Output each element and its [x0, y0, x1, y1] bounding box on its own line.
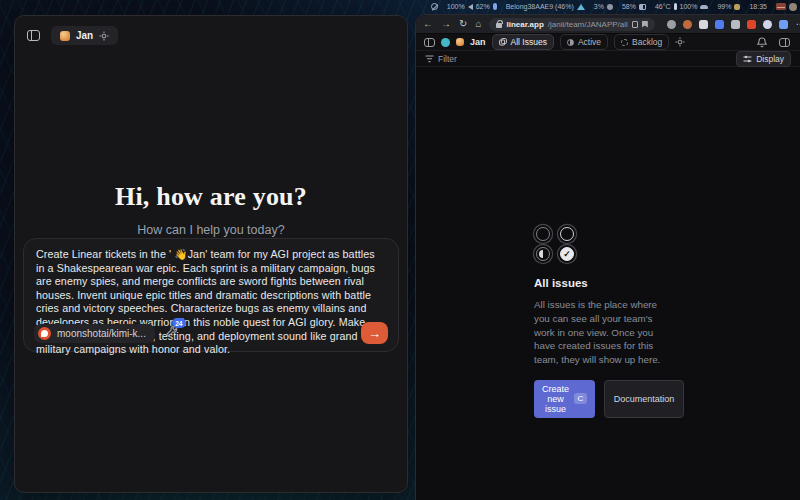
team-emoji-icon: [456, 38, 464, 46]
display-button[interactable]: Display: [736, 51, 791, 67]
battery-icon: [734, 4, 740, 10]
url-path: /janii/team/JANAPP/all: [548, 20, 628, 29]
display-label: Display: [756, 54, 784, 64]
back-button[interactable]: ←: [423, 19, 433, 29]
volume-level: 100%: [447, 3, 465, 10]
extension-icon-5[interactable]: [731, 20, 740, 29]
battery-level: 99%: [717, 3, 731, 10]
wifi-icon: [577, 4, 585, 10]
greeting-block: Hi, how are you? How can I help you toda…: [15, 182, 407, 237]
tab-label: Active: [578, 37, 601, 47]
workspace-name: Jan: [76, 30, 93, 41]
tab-label: Backlog: [632, 37, 662, 47]
empty-state-description: All issues is the place where you can se…: [534, 298, 674, 367]
reload-button[interactable]: ↻: [459, 19, 467, 29]
extension-icon-4[interactable]: [715, 20, 724, 29]
speaker-icon: [468, 4, 473, 10]
extension-icon-8[interactable]: [779, 20, 788, 29]
sidebar-toggle-icon[interactable]: [27, 30, 40, 41]
issue-status-icons: ✓: [536, 227, 674, 261]
linear-header-right: [757, 37, 792, 48]
workspace-avatar[interactable]: [441, 38, 450, 47]
extensions-row: [667, 20, 788, 29]
mail-tray-icon[interactable]: [776, 3, 786, 10]
filter-label: Filter: [438, 54, 457, 64]
browser-window: ← → ↻ ⌂ linear.app/janii/team/JANAPP/all…: [415, 14, 800, 500]
create-new-issue-label: Create new issue: [542, 384, 569, 414]
greeting-subtitle: How can I help you today?: [15, 223, 407, 237]
linear-content: ✓ All issues All issues is the place whe…: [416, 67, 800, 500]
bookmark-icon[interactable]: [642, 21, 648, 28]
empty-state-actions: Create new issue C Documentation: [534, 380, 674, 418]
extension-icon-3[interactable]: [699, 20, 708, 29]
extension-icon-6[interactable]: [747, 20, 756, 29]
done-status-icon: ✓: [560, 247, 574, 261]
send-button[interactable]: →: [361, 322, 388, 344]
microphone-icon: [493, 3, 497, 10]
create-new-issue-button[interactable]: Create new issue C: [534, 380, 595, 418]
in-progress-status-icon: [536, 247, 550, 261]
view-settings-icon[interactable]: [675, 37, 685, 47]
moonshot-logo-icon: [38, 327, 51, 340]
filter-button[interactable]: Filter: [425, 54, 457, 64]
linear-filter-bar: Filter Display: [416, 51, 800, 67]
thermometer-icon: [674, 3, 677, 10]
empty-state-title: All issues: [534, 277, 674, 289]
gear-icon[interactable]: [99, 31, 109, 41]
cpu-icon: [607, 4, 613, 10]
message-composer[interactable]: Create Linear tickets in the ' 👋Jan' tea…: [23, 238, 399, 352]
right-panel-toggle-icon[interactable]: [779, 38, 790, 47]
jan-app-window: Jan Hi, how are you? How can I help you …: [14, 15, 408, 493]
composer-toolbar: moonshotai/kimi-k... 24 →: [34, 322, 388, 344]
disk-icon: [700, 5, 708, 9]
documentation-button[interactable]: Documentation: [604, 380, 685, 418]
lock-icon: [496, 23, 502, 28]
sliders-icon: [743, 55, 752, 63]
todo-status-icon: [560, 227, 574, 241]
all-issues-empty-state: ✓ All issues All issues is the place whe…: [534, 227, 674, 418]
browser-toolbar: ← → ↻ ⌂ linear.app/janii/team/JANAPP/all…: [416, 15, 800, 34]
filter-icon: [425, 55, 434, 63]
bell-icon[interactable]: [757, 37, 767, 48]
extension-icon-1[interactable]: [667, 20, 676, 29]
reader-mode-icon[interactable]: [632, 21, 638, 28]
disk-usage: 100%: [680, 3, 698, 10]
tab-backlog[interactable]: Backlog: [614, 34, 669, 50]
tab-active[interactable]: Active: [560, 34, 608, 50]
tray-app-icon[interactable]: [789, 3, 797, 11]
memory-usage: 58%: [622, 3, 636, 10]
linear-header: Jan All Issues Active Backlog: [416, 34, 800, 51]
tools-button[interactable]: 24: [165, 324, 178, 342]
home-button[interactable]: ⌂: [475, 19, 481, 29]
model-name: moonshotai/kimi-k...: [57, 328, 146, 339]
team-name: Jan: [470, 37, 486, 47]
wifi-network: Belong38AAE9 (46%): [506, 3, 574, 10]
wave-emoji-icon: [60, 31, 70, 41]
extension-icon-7[interactable]: [763, 20, 772, 29]
url-host: linear.app: [506, 20, 543, 29]
cpu-usage: 3%: [594, 3, 604, 10]
mic-level: 62%: [476, 3, 490, 10]
model-selector[interactable]: moonshotai/kimi-k...: [34, 324, 155, 343]
memory-icon: [639, 4, 646, 10]
backlog-status-icon: [536, 227, 550, 241]
browser-menu-button[interactable]: ⋯: [796, 19, 800, 29]
extension-icon-2[interactable]: [683, 20, 692, 29]
system-status-bar: 100% 62% Belong38AAE9 (46%) 3% 58% 46°C …: [431, 0, 797, 13]
address-bar[interactable]: linear.app/janii/team/JANAPP/all: [489, 18, 654, 31]
copy-icon: [499, 38, 507, 46]
dashed-circle-icon: [621, 39, 628, 46]
half-circle-icon: [567, 39, 574, 46]
linear-sidebar-toggle-icon[interactable]: [424, 38, 435, 47]
jan-titlebar: Jan: [15, 16, 407, 45]
mute-icon: [431, 3, 438, 10]
workspace-selector[interactable]: Jan: [51, 26, 118, 45]
greeting-title: Hi, how are you?: [15, 182, 407, 212]
forward-button[interactable]: →: [441, 19, 451, 29]
tools-count-badge: 24: [172, 318, 186, 328]
tab-label: All Issues: [511, 37, 547, 47]
temperature: 46°C: [655, 3, 671, 10]
shortcut-key-badge: C: [574, 393, 587, 404]
clock: 18:35: [749, 3, 767, 10]
tab-all-issues[interactable]: All Issues: [492, 34, 554, 50]
